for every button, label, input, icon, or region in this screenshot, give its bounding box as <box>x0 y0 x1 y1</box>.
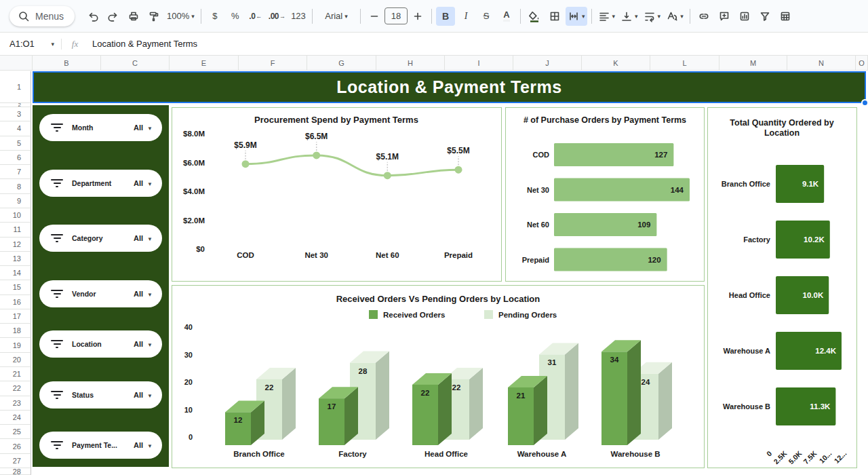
format-currency-button[interactable]: $ <box>205 7 224 26</box>
column-header-M[interactable]: M <box>719 55 787 71</box>
increase-font-size-button[interactable] <box>408 7 427 26</box>
row-header-12[interactable]: 12 <box>0 238 31 252</box>
filter-value-dropdown[interactable]: All ▼ <box>134 340 153 348</box>
row-header-14[interactable]: 14 <box>0 266 31 280</box>
row-header-3[interactable]: 3 <box>0 107 31 121</box>
increase-decimal-button[interactable]: .00→ <box>267 7 288 26</box>
undo-button[interactable] <box>83 7 102 26</box>
borders-button[interactable] <box>545 7 564 26</box>
decrease-font-size-button[interactable] <box>365 7 384 26</box>
svg-text:24: 24 <box>642 378 650 386</box>
strikethrough-button[interactable]: S <box>477 7 496 26</box>
more-formats-button[interactable]: 123 <box>289 7 308 26</box>
filter-department[interactable]: DepartmentAll ▼ <box>39 170 162 197</box>
functions-button[interactable] <box>776 7 795 26</box>
column-header-F[interactable]: F <box>239 55 307 71</box>
column-header-E[interactable]: E <box>170 55 239 71</box>
row-header-20[interactable]: 20 <box>0 353 31 367</box>
row-header-6[interactable]: 6 <box>0 151 31 165</box>
svg-text:7.5K: 7.5K <box>802 449 818 466</box>
chart-total-quantity[interactable]: Total Quantity Ordered byLocationBranch … <box>707 107 857 468</box>
filter-month[interactable]: MonthAll ▼ <box>39 114 162 141</box>
horizontal-align-button[interactable]: ▾ <box>596 7 618 26</box>
column-header-H[interactable]: H <box>376 55 445 71</box>
formula-input[interactable]: Location & Payment Terms <box>88 39 868 49</box>
paint-format-icon <box>148 10 160 22</box>
row-header-5[interactable]: 5 <box>0 136 31 151</box>
row-header-7[interactable]: 7 <box>0 165 31 179</box>
row-header-8[interactable]: 8 <box>0 179 31 193</box>
column-header-B[interactable]: B <box>33 55 101 71</box>
column-header-I[interactable]: I <box>445 55 513 71</box>
italic-button[interactable]: I <box>456 7 475 26</box>
row-header-26[interactable]: 26 <box>0 439 31 453</box>
column-header-G[interactable]: G <box>307 55 376 71</box>
row-header-1[interactable]: 1 <box>0 71 31 103</box>
vertical-align-button[interactable]: ▾ <box>618 7 640 26</box>
row-header-11[interactable]: 11 <box>0 223 31 237</box>
column-header-N[interactable]: N <box>787 55 856 71</box>
paint-format-button[interactable] <box>144 7 163 26</box>
row-header-28[interactable]: 28 <box>0 468 31 475</box>
insert-link-button[interactable] <box>694 7 713 26</box>
row-header-10[interactable]: 10 <box>0 208 31 223</box>
filter-payment-te[interactable]: Payment Te...All ▼ <box>39 432 162 459</box>
svg-text:22: 22 <box>421 389 430 397</box>
format-percent-button[interactable]: % <box>226 7 245 26</box>
column-header-K[interactable]: K <box>582 55 650 71</box>
chart-purchase-orders[interactable]: # of Purchase Orders by Payment TermsCOD… <box>505 107 705 282</box>
font-size-input[interactable]: 18 <box>384 7 408 24</box>
print-button[interactable] <box>124 7 143 26</box>
chart-procurement-spend[interactable]: Procurement Spend by Payment Terms$8.0M$… <box>172 107 502 282</box>
insert-comment-button[interactable] <box>715 7 734 26</box>
text-wrapping-button[interactable]: ▾ <box>642 7 663 26</box>
toolbar-divider <box>312 9 313 24</box>
column-header-O[interactable]: O <box>856 55 868 71</box>
filter-status[interactable]: StatusAll ▼ <box>39 381 162 408</box>
chevron-down-icon: ▾ <box>612 13 616 20</box>
text-rotation-button[interactable]: ▾ <box>664 7 686 26</box>
zoom-select[interactable]: 100%▾ <box>165 7 197 26</box>
bold-button[interactable]: B <box>436 7 455 26</box>
filter-value-dropdown[interactable]: All ▼ <box>134 391 153 399</box>
column-header-C[interactable]: C <box>101 55 170 71</box>
create-filter-button[interactable] <box>755 7 774 26</box>
row-header-22[interactable]: 22 <box>0 381 31 396</box>
chart-received-vs-pending[interactable]: Received Orders Vs Pending Orders by Loc… <box>172 285 705 468</box>
filter-vendor[interactable]: VendorAll ▼ <box>39 280 162 307</box>
filter-value-dropdown[interactable]: All ▼ <box>134 179 153 187</box>
column-header-J[interactable]: J <box>513 55 582 71</box>
row-header-19[interactable]: 19 <box>0 338 31 352</box>
row-header-24[interactable]: 24 <box>0 411 31 425</box>
redo-button[interactable] <box>104 7 123 26</box>
menus-button[interactable]: Menus <box>9 6 75 26</box>
row-header-4[interactable]: 4 <box>0 121 31 136</box>
row-header-16[interactable]: 16 <box>0 295 31 309</box>
fill-color-button[interactable] <box>525 7 544 26</box>
name-box[interactable]: A1:O1 ▾ <box>0 39 61 49</box>
merge-cells-button[interactable]: ▾ <box>566 7 587 26</box>
row-header-27[interactable]: 27 <box>0 454 31 468</box>
row-header-15[interactable]: 15 <box>0 280 31 294</box>
filter-value-dropdown[interactable]: All ▼ <box>134 290 153 298</box>
row-header-9[interactable]: 9 <box>0 194 31 208</box>
select-all-corner[interactable] <box>0 55 33 71</box>
insert-chart-button[interactable] <box>735 7 754 26</box>
row-header-25[interactable]: 25 <box>0 425 31 439</box>
menus-label: Menus <box>35 11 64 22</box>
selection-fill-handle[interactable] <box>861 99 868 107</box>
text-color-button[interactable]: A <box>497 7 516 26</box>
filter-value-dropdown[interactable]: All ▼ <box>134 124 153 132</box>
row-header-13[interactable]: 13 <box>0 252 31 266</box>
decrease-decimal-button[interactable]: .0← <box>246 7 265 26</box>
filter-value-dropdown[interactable]: All ▼ <box>134 441 153 449</box>
filter-category[interactable]: CategoryAll ▼ <box>39 225 162 252</box>
font-select[interactable]: Arial▾ <box>317 7 356 26</box>
row-header-17[interactable]: 17 <box>0 309 31 324</box>
filter-location[interactable]: LocationAll ▼ <box>39 330 162 358</box>
column-header-L[interactable]: L <box>650 55 719 71</box>
row-header-21[interactable]: 21 <box>0 367 31 381</box>
row-header-18[interactable]: 18 <box>0 324 31 338</box>
filter-value-dropdown[interactable]: All ▼ <box>134 234 153 242</box>
row-header-23[interactable]: 23 <box>0 396 31 411</box>
